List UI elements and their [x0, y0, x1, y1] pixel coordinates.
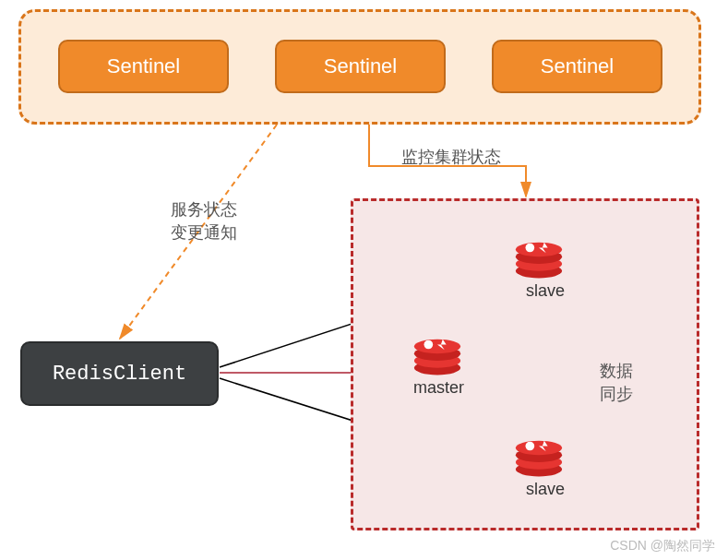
sentinel-node: Sentinel [492, 40, 662, 93]
watermark: CSDN @陶然同学 [610, 538, 715, 554]
redis-icon [512, 434, 566, 478]
diagram-canvas: Sentinel Sentinel Sentinel slave [0, 0, 728, 560]
svg-point-10 [525, 244, 534, 253]
notify-annotation: 服务状态 变更通知 [171, 198, 237, 244]
svg-point-9 [516, 243, 562, 256]
redis-icon [411, 332, 464, 376]
redis-icon [512, 235, 566, 280]
sentinel-node: Sentinel [275, 40, 446, 93]
sync-annotation: 数据 同步 [600, 360, 633, 406]
sentinel-node: Sentinel [58, 40, 229, 93]
svg-point-16 [424, 340, 433, 350]
monitor-annotation: 监控集群状态 [401, 146, 501, 169]
slave-label: slave [526, 480, 565, 499]
svg-point-15 [414, 340, 460, 353]
svg-point-21 [516, 441, 562, 455]
redis-client-node: RedisClient [20, 341, 219, 406]
sentinel-label: Sentinel [541, 54, 615, 78]
slave-label: slave [526, 281, 565, 301]
sentinel-label: Sentinel [107, 54, 181, 78]
master-label: master [413, 378, 464, 398]
redis-client-label: RedisClient [53, 363, 186, 386]
svg-point-22 [525, 442, 534, 451]
sentinel-group: Sentinel Sentinel Sentinel [18, 9, 701, 125]
sentinel-label: Sentinel [324, 54, 398, 78]
